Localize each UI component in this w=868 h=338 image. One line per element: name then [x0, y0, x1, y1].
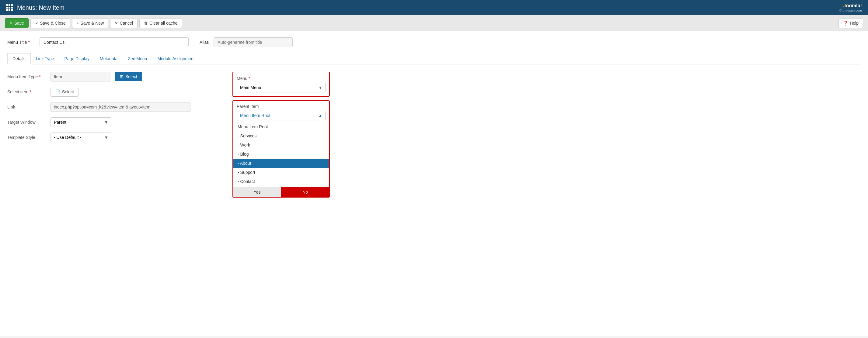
- details-right: Menu * Main Menu Top Menu Footer Menu ▼ …: [232, 72, 330, 198]
- alias-label: Alias: [199, 40, 209, 45]
- link-input: [51, 102, 190, 112]
- grid-menu-icon[interactable]: [6, 4, 13, 11]
- details-left: Menu Item Type * ⊞ Select Select item * …: [7, 72, 220, 198]
- parent-item-box: Parent Item Menu Item Root ▲ Menu Item R…: [232, 100, 330, 198]
- page-title: Menus: New Item: [17, 4, 64, 11]
- dropdown-item-about[interactable]: - About: [234, 159, 329, 168]
- target-window-select-wrap: Parent New Window with Navigation New Wi…: [51, 117, 111, 127]
- link-label: Link: [7, 105, 47, 109]
- template-style-label: Template Style: [7, 135, 47, 140]
- menu-select[interactable]: Main Menu Top Menu Footer Menu: [237, 83, 326, 92]
- tab-details[interactable]: Details: [7, 53, 31, 64]
- select-grid-icon: ⊞: [120, 74, 124, 79]
- template-style-row: Template Style - Use Default - Beez3 - D…: [7, 133, 220, 142]
- template-style-select-wrap: - Use Default - Beez3 - Default protosta…: [51, 133, 111, 142]
- dropdown-item-blog[interactable]: - Blog: [234, 149, 329, 159]
- parent-item-dropdown-selected[interactable]: Menu Item Root ▲: [237, 111, 326, 121]
- select-item-button[interactable]: 📄 Select: [51, 87, 79, 97]
- help-button[interactable]: ❓ Help: [838, 18, 863, 28]
- check-icon: ✓: [35, 21, 38, 26]
- tab-page-display[interactable]: Page Display: [59, 53, 95, 64]
- menu-select-box: Menu * Main Menu Top Menu Footer Menu ▼: [232, 72, 330, 97]
- help-icon: ❓: [843, 21, 848, 26]
- menu-item-type-select-button[interactable]: ⊞ Select: [115, 72, 142, 81]
- tabs: Details Link Type Page Display Metadata …: [7, 53, 861, 64]
- menu-item-type-row: Menu Item Type * ⊞ Select: [7, 72, 220, 81]
- tab-link-type[interactable]: Link Type: [31, 53, 59, 64]
- link-row: Link: [7, 102, 220, 112]
- save-button[interactable]: ✎ Save: [5, 18, 29, 28]
- joomla-brand: Joomla!: [843, 3, 862, 8]
- menu-item-type-input: [51, 72, 111, 81]
- chevron-up-icon: ▲: [318, 113, 322, 117]
- dropdown-item-contact[interactable]: - Contact: [234, 177, 329, 186]
- tab-zen-menu[interactable]: Zen Menu: [123, 53, 152, 64]
- menu-item-type-label: Menu Item Type *: [7, 74, 47, 79]
- tab-metadata[interactable]: Metadata: [95, 53, 123, 64]
- menu-required: *: [249, 76, 250, 81]
- tab-module-assignment[interactable]: Module Assignment: [152, 53, 199, 64]
- cancel-button[interactable]: ✕ Cancel: [110, 18, 137, 28]
- yes-no-toggle: Yes No: [233, 187, 329, 197]
- dropdown-item-work[interactable]: - Work: [234, 140, 329, 149]
- menu-field-label: Menu *: [237, 76, 326, 81]
- plus-icon: +: [77, 21, 79, 26]
- required-asterisk: *: [28, 40, 30, 45]
- parent-item-dropdown-list: Menu Item Root - Services - Work - Blog …: [233, 122, 329, 186]
- target-window-label: Target Window: [7, 120, 47, 125]
- no-button[interactable]: No: [281, 187, 329, 197]
- dropdown-item-support[interactable]: - Support: [234, 168, 329, 177]
- dropdown-item-root[interactable]: Menu Item Root: [234, 122, 329, 131]
- select-item-row: Select item * 📄 Select: [7, 87, 220, 97]
- header: Menus: New Item Joomla! © thirdsun.com: [0, 0, 868, 15]
- thirdsun-tagline: © thirdsun.com: [839, 8, 862, 12]
- menu-title-label: Menu Title *: [7, 40, 35, 45]
- toolbar: ✎ Save ✓ Save & Close + Save & New ✕ Can…: [0, 15, 868, 31]
- save-new-button[interactable]: + Save & New: [72, 18, 108, 28]
- menu-title-row: Menu Title * Alias: [7, 37, 861, 47]
- save-close-button[interactable]: ✓ Save & Close: [30, 18, 70, 28]
- alias-input[interactable]: [214, 37, 293, 47]
- details-form: Menu Item Type * ⊞ Select Select item * …: [7, 72, 861, 198]
- target-window-select[interactable]: Parent New Window with Navigation New Wi…: [51, 117, 111, 127]
- header-left: Menus: New Item: [6, 4, 64, 11]
- clear-cache-button[interactable]: 🗑 Clear all cache: [140, 18, 182, 28]
- dropdown-item-services[interactable]: - Services: [234, 131, 329, 140]
- parent-item-label: Parent Item: [233, 104, 329, 111]
- trash-icon: 🗑: [144, 21, 148, 26]
- menu-title-input[interactable]: [39, 37, 189, 47]
- save-icon: ✎: [9, 21, 13, 26]
- doc-icon: 📄: [55, 89, 60, 94]
- menu-select-wrap: Main Menu Top Menu Footer Menu ▼: [237, 83, 326, 92]
- template-style-select[interactable]: - Use Default - Beez3 - Default protosta…: [51, 133, 111, 142]
- cancel-icon: ✕: [115, 21, 118, 26]
- yes-button[interactable]: Yes: [233, 187, 281, 197]
- target-window-row: Target Window Parent New Window with Nav…: [7, 117, 220, 127]
- select-item-label: Select item *: [7, 89, 47, 94]
- joomla-logo: Joomla! © thirdsun.com: [839, 3, 862, 12]
- main-content: Menu Title * Alias Details Link Type Pag…: [0, 31, 868, 336]
